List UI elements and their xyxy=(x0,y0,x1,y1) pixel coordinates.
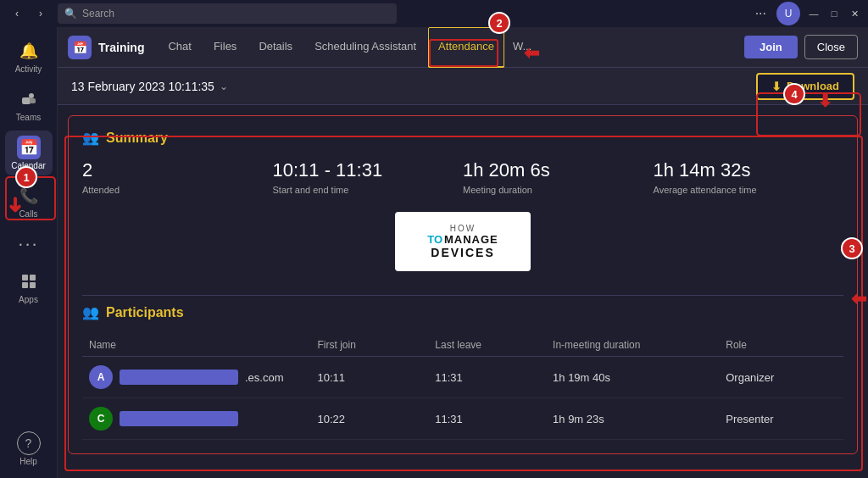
stat-value-avg: 1h 14m 32s xyxy=(654,159,844,181)
badge-3: 3 xyxy=(841,237,863,259)
help-icon: ? xyxy=(17,431,41,455)
watermark-manage: MANAGE xyxy=(444,233,498,246)
minimize-button[interactable]: — xyxy=(807,7,821,20)
col-header-join: First join xyxy=(318,339,429,351)
sidebar-item-label: Teams xyxy=(16,113,41,122)
stat-label-time: Start and end time xyxy=(273,185,464,195)
name-blurred xyxy=(120,411,238,426)
name-suffix-1: .es.com xyxy=(245,371,284,384)
more-icon: ··· xyxy=(17,232,41,256)
section-divider xyxy=(82,295,843,296)
summary-header: 👥 Summary xyxy=(82,130,843,146)
meeting-icon: 📅 xyxy=(68,36,92,59)
duration-2: 1h 9m 23s xyxy=(553,413,719,425)
stat-avg: 1h 14m 32s Average attendance time xyxy=(654,159,844,195)
first-join-1: 10:11 xyxy=(318,371,429,384)
tab-chat[interactable]: Chat xyxy=(158,27,201,68)
back-button[interactable]: ‹ xyxy=(7,3,27,24)
col-header-duration: In-meeting duration xyxy=(553,339,719,351)
search-placeholder: Search xyxy=(82,8,114,19)
svg-rect-2 xyxy=(30,98,36,103)
main-content: 👥 Summary 2 Attended 10:11 - 11:31 Start… xyxy=(58,105,868,478)
avatar[interactable]: U xyxy=(776,2,800,25)
sidebar-item-help[interactable]: ? Help xyxy=(5,426,53,471)
table-row: A .es.com 10:11 11:31 1h 19m 40s Organiz… xyxy=(82,357,843,398)
col-header-leave: Last leave xyxy=(435,339,546,351)
content-area: 📅 Training Chat Files Details Scheduling… xyxy=(58,27,868,478)
watermark-how: HOW xyxy=(450,224,476,233)
svg-point-1 xyxy=(29,93,34,98)
chevron-down-icon: ⌄ xyxy=(220,81,228,92)
tab-scheduling[interactable]: Scheduling Assistant xyxy=(304,27,426,68)
svg-rect-0 xyxy=(22,97,31,104)
attendance-panel: 👥 Summary 2 Attended 10:11 - 11:31 Start… xyxy=(68,115,858,454)
stat-duration: 1h 20m 6s Meeting duration xyxy=(463,159,654,195)
table-row: C 10:22 11:31 1h 9m 23s Presenter xyxy=(82,398,843,440)
stat-time: 10:11 - 11:31 Start and end time xyxy=(273,159,464,195)
sidebar-item-apps[interactable]: Apps xyxy=(5,264,53,309)
meeting-actions: Join Close xyxy=(744,35,858,59)
close-meeting-button[interactable]: Close xyxy=(804,35,858,59)
tab-nav: Chat Files Details Scheduling Assistant … xyxy=(158,27,538,68)
participants-title: Participants xyxy=(106,305,184,320)
stat-label-attended: Attended xyxy=(82,185,273,195)
stat-value-duration: 1h 20m 6s xyxy=(463,159,654,181)
role-1: Organizer xyxy=(726,371,837,384)
participants-section: 👥 Participants Name First join Last leav… xyxy=(82,304,843,440)
name-blurred xyxy=(120,370,238,385)
sidebar-item-teams[interactable]: Teams xyxy=(5,82,53,127)
watermark: HOW TO MANAGE DEVICES xyxy=(395,212,531,271)
search-icon: 🔍 xyxy=(64,8,77,19)
avatar: A xyxy=(89,365,113,389)
participants-header: 👥 Participants xyxy=(82,304,843,320)
meeting-header: 📅 Training Chat Files Details Scheduling… xyxy=(58,27,868,68)
search-bar[interactable]: 🔍 Search xyxy=(58,3,397,24)
svg-rect-4 xyxy=(30,275,36,281)
summary-title: Summary xyxy=(106,131,168,146)
apps-icon xyxy=(17,270,41,293)
close-button[interactable]: ✕ xyxy=(848,7,861,20)
sidebar: 🔔 Activity Teams 📅 Calendar 📞 xyxy=(0,27,58,478)
tab-files[interactable]: Files xyxy=(203,27,247,68)
arrow-2: ⬅ xyxy=(524,42,539,64)
participants-icon: 👥 xyxy=(82,304,99,320)
avatar: C xyxy=(89,407,113,431)
role-2: Presenter xyxy=(726,413,837,425)
sidebar-bottom: ? Help xyxy=(5,426,53,471)
activity-icon: 🔔 xyxy=(17,39,41,63)
arrow-1: ➜ xyxy=(3,197,27,214)
forward-button[interactable]: › xyxy=(31,3,51,24)
tab-attendance[interactable]: Attendance xyxy=(428,27,504,68)
download-icon: ⬇ xyxy=(771,80,782,93)
badge-2: 2 xyxy=(488,12,510,34)
more-menu[interactable]: ··· xyxy=(752,6,770,21)
join-button[interactable]: Join xyxy=(744,36,798,58)
stat-label-duration: Meeting duration xyxy=(463,185,654,195)
last-leave-1: 11:31 xyxy=(435,371,546,384)
sidebar-item-activity[interactable]: 🔔 Activity xyxy=(5,34,53,79)
participant-name-1: A .es.com xyxy=(89,365,311,389)
sidebar-item-more[interactable]: ··· xyxy=(5,227,53,261)
calendar-icon: 📅 xyxy=(17,136,41,159)
last-leave-2: 11:31 xyxy=(435,413,546,425)
arrow-4: ⬇ xyxy=(817,90,832,112)
svg-rect-6 xyxy=(30,282,36,288)
date-selector[interactable]: 13 February 2023 10:11:35 ⌄ xyxy=(71,80,228,93)
stat-label-avg: Average attendance time xyxy=(654,185,844,195)
col-header-name: Name xyxy=(89,339,311,351)
watermark-to: TO xyxy=(427,233,442,246)
download-button[interactable]: ⬇ Download xyxy=(756,73,854,100)
participant-name-2: C xyxy=(89,407,311,431)
arrow-3: ⬅ xyxy=(851,288,866,310)
stat-value-time: 10:11 - 11:31 xyxy=(273,159,464,181)
svg-rect-5 xyxy=(22,282,28,288)
sidebar-item-label: Activity xyxy=(15,64,42,74)
badge-1: 1 xyxy=(15,166,37,188)
maximize-button[interactable]: □ xyxy=(827,7,841,20)
meeting-title: Training xyxy=(98,41,144,54)
sidebar-item-label: Help xyxy=(19,457,37,466)
first-join-2: 10:22 xyxy=(318,413,429,425)
stat-value-attended: 2 xyxy=(82,159,273,181)
stat-attended: 2 Attended xyxy=(82,159,273,195)
tab-details[interactable]: Details xyxy=(248,27,303,68)
